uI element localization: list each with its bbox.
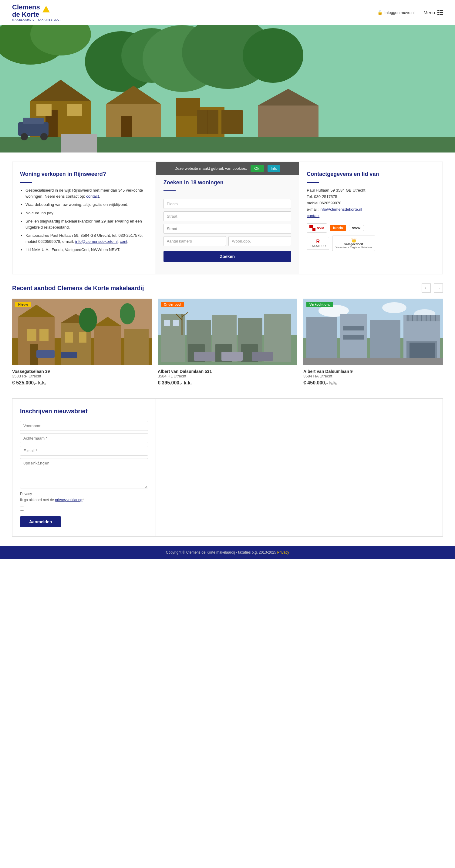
- property-price-1: € 525.000,- k.k.: [12, 380, 152, 385]
- search-row: Aantal kamers Woon.opp.: [163, 236, 292, 249]
- contact-page-link[interactable]: contact: [307, 213, 320, 218]
- footer-text: Copyright © Clemens de Korte makelaardij…: [166, 550, 276, 555]
- svg-rect-41: [65, 332, 73, 343]
- svg-rect-49: [61, 352, 78, 359]
- svg-rect-12: [67, 104, 82, 116]
- newsletter-title: Inschrijven nieuwsbrief: [20, 408, 148, 415]
- privacy-checkbox[interactable]: [20, 506, 24, 510]
- lock-icon: 🔒: [377, 10, 383, 15]
- bottom-grid: Inschrijven nieuwsbrief Privacy Ik ga ak…: [12, 399, 443, 536]
- contact-link-1[interactable]: contact: [86, 194, 99, 198]
- login-text: Inloggen move.nl: [384, 10, 414, 15]
- verkopen-panel: Woning verkopen in Rijnsweerd? Gespecial…: [12, 162, 156, 274]
- svg-rect-27: [61, 134, 97, 153]
- firstname-input[interactable]: [20, 421, 148, 431]
- svg-rect-43: [94, 326, 121, 365]
- search-title: Zoeken in 18 woningen: [163, 180, 292, 186]
- nvm-logo: NVM: [307, 223, 327, 232]
- property-image-1: Nieuw: [12, 299, 152, 365]
- contact-divider: [307, 182, 319, 183]
- next-arrow-button[interactable]: →: [434, 283, 443, 292]
- menu-button[interactable]: Menu: [423, 10, 443, 15]
- three-columns-section: Woning verkopen in Rijnsweerd? Gespecial…: [12, 162, 443, 274]
- funda-logo: funda: [330, 225, 346, 231]
- recent-title: Recent aanbod Clemens de Korte makelaard…: [12, 285, 144, 292]
- lastname-input[interactable]: [20, 433, 148, 443]
- street-select[interactable]: Straat: [163, 211, 292, 221]
- list-item: No cure, no pay.: [26, 210, 148, 216]
- email-link[interactable]: info@clemensdekorte.nl: [75, 239, 118, 244]
- search-button[interactable]: Zoeken: [163, 251, 292, 262]
- privacy-check: Ik ga akkoord met de privacyverklaring*: [20, 498, 148, 502]
- list-item: Waardebepaling van uw woning, altijd gra…: [26, 202, 148, 208]
- contact-title: Contactgegevens en lid van: [307, 171, 435, 177]
- hero-svg: [0, 25, 455, 153]
- prev-arrow-button[interactable]: ←: [422, 283, 431, 292]
- submit-button[interactable]: Aanmelden: [20, 516, 61, 527]
- privacy-checkbox-row: [20, 506, 148, 512]
- svg-rect-91: [303, 358, 443, 365]
- logo: Clemens de Korte MAKELAARDIJ · TAXATIES …: [12, 4, 61, 21]
- login-link[interactable]: 🔒 Inloggen move.nl: [377, 10, 414, 15]
- privacy-text: Ik ga akkoord met de privacyverklaring*: [20, 498, 84, 502]
- property-price-3: € 450.000,- k.k.: [303, 380, 443, 385]
- cookie-ok-button[interactable]: Ok!: [250, 165, 264, 172]
- status-badge-3: Verkocht o.v.: [306, 302, 333, 307]
- woonopp-select[interactable]: Woon.opp.: [229, 236, 291, 246]
- svg-rect-62: [173, 320, 179, 326]
- contact-link-2[interactable]: cont: [120, 239, 127, 244]
- logo-triangle-icon: [42, 6, 50, 12]
- search-form: Plaats Straat Aantal kamers Woon.opp. Zo…: [163, 196, 292, 265]
- svg-rect-17: [176, 98, 200, 116]
- svg-rect-37: [39, 329, 49, 341]
- menu-label: Menu: [423, 10, 435, 15]
- cookie-info-button[interactable]: Info: [268, 165, 280, 172]
- property-card[interactable]: Nieuw Vossegatselaan 39 3583 RP Utrecht …: [12, 299, 152, 389]
- svg-point-72: [382, 302, 406, 313]
- svg-rect-45: [124, 329, 149, 365]
- property-info-2: Albert van Dalsumlaan 531 3584 HL Utrech…: [158, 365, 297, 389]
- list-item: Snel en slagvaardig makelaarskantoor met…: [26, 218, 148, 230]
- place-select[interactable]: Plaats: [163, 199, 292, 209]
- property-address-2: Albert van Dalsumlaan 531: [158, 369, 297, 374]
- vastgoedcert-logo: 👑 vastgoedcert Waardeer - Register Makel…: [332, 236, 375, 251]
- search-divider: [163, 190, 176, 191]
- property-info-3: Albert van Dalsumlaan 9 3584 HA Utrecht …: [303, 365, 443, 389]
- contact-mobiel: mobiel 0620599078: [307, 200, 435, 207]
- recent-section: Recent aanbod Clemens de Korte makelaard…: [12, 283, 443, 389]
- street-input[interactable]: [163, 224, 292, 234]
- cookie-message: Deze website maakt gebruik van cookies.: [175, 166, 247, 171]
- property-card-2[interactable]: Onder bod Albert van Dalsumlaan 531 3584…: [158, 299, 297, 389]
- property-svg-1: [12, 299, 152, 365]
- svg-point-31: [40, 133, 48, 141]
- header-nav: 🔒 Inloggen move.nl Menu: [377, 10, 443, 15]
- logo-line2: de Korte: [12, 11, 40, 18]
- status-badge-2: Onder bod: [161, 302, 184, 307]
- svg-rect-11: [36, 104, 52, 116]
- nav-arrows: ← →: [422, 283, 443, 292]
- property-svg-2: [158, 299, 297, 365]
- privacy-footer-link[interactable]: Privacy: [277, 550, 289, 555]
- contact-email-link[interactable]: info@clemensdekorte.nl: [320, 207, 362, 212]
- empty-panel-2: [156, 399, 299, 536]
- verkopen-divider: [20, 182, 32, 183]
- contact-tel: Tel. 030-2517575: [307, 194, 435, 200]
- taxateur-logo: R TAXATEUR: [307, 237, 329, 250]
- property-info-1: Vossegatselaan 39 3583 RP Utrecht € 525.…: [12, 365, 152, 389]
- email-input[interactable]: [20, 446, 148, 456]
- search-panel: Deze website maakt gebruik van cookies. …: [156, 162, 299, 274]
- privacy-link[interactable]: privacyverklaring: [55, 498, 82, 502]
- logo-subtitle: MAKELAARDIJ · TAXATIES O.G.: [12, 18, 61, 21]
- site-header: Clemens de Korte MAKELAARDIJ · TAXATIES …: [0, 0, 455, 25]
- grid-icon: [437, 10, 443, 15]
- rooms-select[interactable]: Aantal kamers: [163, 236, 226, 246]
- logo-line1: Clemens: [12, 4, 40, 11]
- property-card-3[interactable]: Verkocht o.v. Albert van Dalsumlaan 9 35…: [303, 299, 443, 389]
- property-address-3: Albert van Dalsumlaan 9: [303, 369, 443, 374]
- logos-row-2: R TAXATEUR 👑 vastgoedcert Waardeer - Reg…: [307, 236, 435, 251]
- property-svg-3: [303, 299, 443, 365]
- property-image-3: Verkocht o.v.: [303, 299, 443, 365]
- svg-rect-79: [343, 326, 364, 331]
- remarks-textarea[interactable]: [20, 458, 148, 489]
- verkopen-list: Gespecialiseerd in de wijk Rijnsweerd me…: [20, 187, 148, 253]
